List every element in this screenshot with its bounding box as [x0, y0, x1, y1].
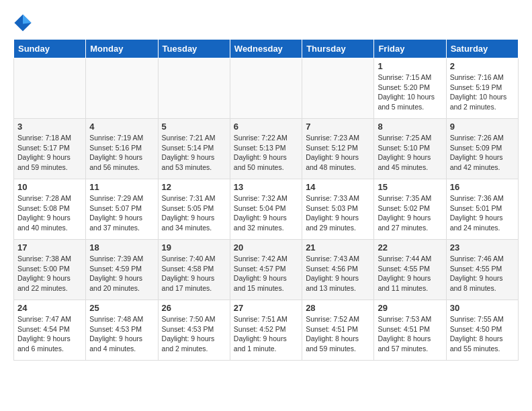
- weekday-header-monday: Monday: [86, 40, 158, 58]
- calendar-cell: 3Sunrise: 7:18 AM Sunset: 5:17 PM Daylig…: [14, 119, 86, 179]
- day-number: 8: [378, 122, 442, 132]
- day-info: Sunrise: 7:38 AM Sunset: 5:00 PM Dayligh…: [17, 254, 82, 293]
- day-number: 10: [17, 182, 82, 192]
- calendar-week-row: 10Sunrise: 7:28 AM Sunset: 5:08 PM Dayli…: [14, 179, 519, 240]
- day-info: Sunrise: 7:29 AM Sunset: 5:07 PM Dayligh…: [89, 193, 154, 233]
- weekday-header-saturday: Saturday: [446, 40, 518, 58]
- day-number: 11: [89, 182, 154, 192]
- calendar-cell: 27Sunrise: 7:51 AM Sunset: 4:52 PM Dayli…: [230, 300, 302, 361]
- day-info: Sunrise: 7:18 AM Sunset: 5:17 PM Dayligh…: [17, 133, 82, 173]
- calendar-cell: 11Sunrise: 7:29 AM Sunset: 5:07 PM Dayli…: [86, 179, 158, 240]
- calendar-cell: 16Sunrise: 7:36 AM Sunset: 5:01 PM Dayli…: [446, 179, 518, 240]
- weekday-header-wednesday: Wednesday: [230, 40, 302, 58]
- calendar-cell: 21Sunrise: 7:43 AM Sunset: 4:56 PM Dayli…: [302, 240, 374, 300]
- day-number: 4: [89, 122, 154, 132]
- calendar-header-row: SundayMondayTuesdayWednesdayThursdayFrid…: [14, 40, 519, 58]
- weekday-header-thursday: Thursday: [302, 40, 374, 58]
- calendar-cell: [14, 58, 86, 119]
- day-info: Sunrise: 7:19 AM Sunset: 5:16 PM Dayligh…: [89, 133, 154, 173]
- day-number: 1: [378, 61, 442, 71]
- day-info: Sunrise: 7:31 AM Sunset: 5:05 PM Dayligh…: [162, 193, 226, 233]
- day-info: Sunrise: 7:40 AM Sunset: 4:58 PM Dayligh…: [162, 254, 226, 293]
- day-info: Sunrise: 7:51 AM Sunset: 4:52 PM Dayligh…: [234, 314, 298, 354]
- page-header: [13, 13, 519, 32]
- day-number: 23: [450, 242, 515, 253]
- day-number: 2: [450, 61, 515, 71]
- day-number: 20: [234, 242, 298, 253]
- day-number: 27: [234, 303, 298, 313]
- calendar-week-row: 17Sunrise: 7:38 AM Sunset: 5:00 PM Dayli…: [14, 240, 519, 300]
- calendar-cell: [230, 58, 302, 119]
- day-info: Sunrise: 7:23 AM Sunset: 5:12 PM Dayligh…: [306, 133, 370, 173]
- day-number: 5: [162, 122, 226, 132]
- calendar-table: SundayMondayTuesdayWednesdayThursdayFrid…: [13, 39, 519, 361]
- calendar-cell: 8Sunrise: 7:25 AM Sunset: 5:10 PM Daylig…: [374, 119, 446, 179]
- calendar-cell: 29Sunrise: 7:53 AM Sunset: 4:51 PM Dayli…: [374, 300, 446, 361]
- day-info: Sunrise: 7:55 AM Sunset: 4:50 PM Dayligh…: [450, 314, 515, 354]
- calendar-cell: 30Sunrise: 7:55 AM Sunset: 4:50 PM Dayli…: [446, 300, 518, 361]
- logo: [13, 13, 35, 32]
- weekday-header-friday: Friday: [374, 40, 446, 58]
- day-info: Sunrise: 7:22 AM Sunset: 5:13 PM Dayligh…: [234, 133, 298, 173]
- day-number: 26: [162, 303, 226, 313]
- svg-marker-1: [23, 14, 32, 24]
- calendar-cell: 1Sunrise: 7:15 AM Sunset: 5:20 PM Daylig…: [374, 58, 446, 119]
- day-info: Sunrise: 7:25 AM Sunset: 5:10 PM Dayligh…: [378, 133, 442, 173]
- day-number: 21: [306, 242, 370, 253]
- calendar-week-row: 1Sunrise: 7:15 AM Sunset: 5:20 PM Daylig…: [14, 58, 519, 119]
- calendar-cell: 24Sunrise: 7:47 AM Sunset: 4:54 PM Dayli…: [14, 300, 86, 361]
- calendar-cell: 14Sunrise: 7:33 AM Sunset: 5:03 PM Dayli…: [302, 179, 374, 240]
- day-number: 16: [450, 182, 515, 192]
- day-number: 6: [234, 122, 298, 132]
- day-info: Sunrise: 7:42 AM Sunset: 4:57 PM Dayligh…: [234, 254, 298, 293]
- day-number: 3: [17, 122, 82, 132]
- weekday-header-sunday: Sunday: [14, 40, 86, 58]
- calendar-cell: 2Sunrise: 7:16 AM Sunset: 5:19 PM Daylig…: [446, 58, 518, 119]
- calendar-week-row: 3Sunrise: 7:18 AM Sunset: 5:17 PM Daylig…: [14, 119, 519, 179]
- day-number: 15: [378, 182, 442, 192]
- day-info: Sunrise: 7:46 AM Sunset: 4:55 PM Dayligh…: [450, 254, 515, 293]
- calendar-cell: 12Sunrise: 7:31 AM Sunset: 5:05 PM Dayli…: [158, 179, 230, 240]
- calendar-cell: 22Sunrise: 7:44 AM Sunset: 4:55 PM Dayli…: [374, 240, 446, 300]
- logo-icon: [13, 13, 32, 32]
- calendar-cell: 26Sunrise: 7:50 AM Sunset: 4:53 PM Dayli…: [158, 300, 230, 361]
- day-info: Sunrise: 7:53 AM Sunset: 4:51 PM Dayligh…: [378, 314, 442, 354]
- day-info: Sunrise: 7:32 AM Sunset: 5:04 PM Dayligh…: [234, 193, 298, 233]
- day-number: 12: [162, 182, 226, 192]
- day-info: Sunrise: 7:35 AM Sunset: 5:02 PM Dayligh…: [378, 193, 442, 233]
- calendar-cell: [158, 58, 230, 119]
- calendar-cell: 4Sunrise: 7:19 AM Sunset: 5:16 PM Daylig…: [86, 119, 158, 179]
- day-info: Sunrise: 7:43 AM Sunset: 4:56 PM Dayligh…: [306, 254, 370, 293]
- day-info: Sunrise: 7:16 AM Sunset: 5:19 PM Dayligh…: [450, 73, 515, 112]
- day-info: Sunrise: 7:39 AM Sunset: 4:59 PM Dayligh…: [89, 254, 154, 293]
- day-info: Sunrise: 7:36 AM Sunset: 5:01 PM Dayligh…: [450, 193, 515, 233]
- day-info: Sunrise: 7:28 AM Sunset: 5:08 PM Dayligh…: [17, 193, 82, 233]
- day-info: Sunrise: 7:44 AM Sunset: 4:55 PM Dayligh…: [378, 254, 442, 293]
- day-number: 30: [450, 303, 515, 313]
- calendar-cell: 19Sunrise: 7:40 AM Sunset: 4:58 PM Dayli…: [158, 240, 230, 300]
- calendar-cell: 6Sunrise: 7:22 AM Sunset: 5:13 PM Daylig…: [230, 119, 302, 179]
- day-number: 9: [450, 122, 515, 132]
- day-info: Sunrise: 7:52 AM Sunset: 4:51 PM Dayligh…: [306, 314, 370, 354]
- day-number: 28: [306, 303, 370, 313]
- day-number: 29: [378, 303, 442, 313]
- calendar-cell: 23Sunrise: 7:46 AM Sunset: 4:55 PM Dayli…: [446, 240, 518, 300]
- day-info: Sunrise: 7:47 AM Sunset: 4:54 PM Dayligh…: [17, 314, 82, 354]
- calendar-cell: [302, 58, 374, 119]
- calendar-cell: [86, 58, 158, 119]
- day-number: 25: [89, 303, 154, 313]
- day-info: Sunrise: 7:33 AM Sunset: 5:03 PM Dayligh…: [306, 193, 370, 233]
- calendar-cell: 9Sunrise: 7:26 AM Sunset: 5:09 PM Daylig…: [446, 119, 518, 179]
- day-number: 24: [17, 303, 82, 313]
- calendar-cell: 10Sunrise: 7:28 AM Sunset: 5:08 PM Dayli…: [14, 179, 86, 240]
- day-number: 14: [306, 182, 370, 192]
- calendar-cell: 25Sunrise: 7:48 AM Sunset: 4:53 PM Dayli…: [86, 300, 158, 361]
- day-info: Sunrise: 7:15 AM Sunset: 5:20 PM Dayligh…: [378, 73, 442, 112]
- day-number: 13: [234, 182, 298, 192]
- day-info: Sunrise: 7:50 AM Sunset: 4:53 PM Dayligh…: [162, 314, 226, 354]
- calendar-cell: 13Sunrise: 7:32 AM Sunset: 5:04 PM Dayli…: [230, 179, 302, 240]
- calendar-cell: 5Sunrise: 7:21 AM Sunset: 5:14 PM Daylig…: [158, 119, 230, 179]
- weekday-header-tuesday: Tuesday: [158, 40, 230, 58]
- calendar-week-row: 24Sunrise: 7:47 AM Sunset: 4:54 PM Dayli…: [14, 300, 519, 361]
- day-info: Sunrise: 7:26 AM Sunset: 5:09 PM Dayligh…: [450, 133, 515, 173]
